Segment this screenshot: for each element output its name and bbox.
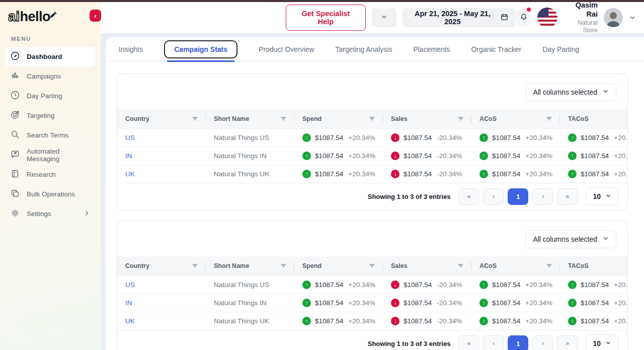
filter-icon[interactable] xyxy=(191,262,199,269)
sidebar-item-campaigns[interactable]: Campaigns xyxy=(5,66,96,86)
campaign-stats-table: Country Short Name Spend Sales ACoS TACo… xyxy=(117,109,628,183)
tab-product-overview[interactable]: Product Overview xyxy=(259,45,314,53)
last-page-button[interactable]: » xyxy=(557,335,578,350)
app-logo: aihello xyxy=(0,2,101,25)
columns-select-label: All columns selected xyxy=(533,235,597,243)
prev-page-button[interactable]: ‹ xyxy=(483,188,504,205)
sidebar-item-day-parting[interactable]: Day Parting xyxy=(5,86,96,106)
table-row: US Natural Things US ↑$1087.54+20.34% ↓$… xyxy=(117,128,628,147)
user-store: Natural Store xyxy=(568,19,598,35)
columns-select-dropdown[interactable]: All columns selected xyxy=(525,230,616,248)
date-range-picker[interactable]: Apr 21, 2025 - May 21, 2025 xyxy=(403,8,516,27)
last-page-button[interactable]: » xyxy=(557,188,578,205)
next-page-button[interactable]: › xyxy=(532,188,553,205)
column-header: Country xyxy=(125,262,149,269)
tab-targeting-analysis[interactable]: Targeting Analysis xyxy=(336,45,392,53)
metric-pct: -20.34% xyxy=(437,299,462,307)
us-flag-icon[interactable] xyxy=(537,8,557,28)
trend-down-icon: ↓ xyxy=(391,170,399,178)
panel-body: All columns selected Country Short Name … xyxy=(106,61,644,350)
metric-value: $1087.54 xyxy=(581,317,609,325)
filter-icon[interactable] xyxy=(191,115,199,122)
acos-metric: ↑$1087.54+20.34% xyxy=(479,299,552,307)
sidebar-item-dashboard[interactable]: Dashboard xyxy=(5,47,96,66)
trend-down-icon: ↓ xyxy=(391,152,399,160)
metric-value: $1087.54 xyxy=(404,134,432,142)
tab-organic-tracker[interactable]: Organic Tracker xyxy=(471,45,522,53)
search-icon xyxy=(10,129,20,141)
sidebar-item-settings[interactable]: Settings xyxy=(5,204,96,224)
menu-section-label: MENU xyxy=(11,36,101,42)
metric-value: $1087.54 xyxy=(315,134,343,142)
get-specialist-help-button[interactable]: Get Specialist Help xyxy=(286,5,366,31)
trend-up-icon: ↑ xyxy=(568,152,577,160)
sidebar-item-label: Targeting xyxy=(27,112,55,119)
first-page-button[interactable]: « xyxy=(458,335,479,350)
country-link[interactable]: US xyxy=(125,281,135,289)
page-size-value: 10 xyxy=(593,339,601,347)
next-page-button[interactable]: › xyxy=(532,335,553,350)
country-link[interactable]: US xyxy=(125,134,135,142)
page-size-select[interactable]: 10 xyxy=(586,334,618,350)
sidebar-item-label: Dashboard xyxy=(27,53,62,60)
metric-pct: +20.34% xyxy=(614,134,628,142)
filter-icon[interactable] xyxy=(280,262,287,269)
filter-icon[interactable] xyxy=(545,115,553,122)
metric-value: $1087.54 xyxy=(404,299,432,307)
page-1-button[interactable]: 1 xyxy=(508,335,528,350)
tacos-metric: ↑$1087.54+20.34% xyxy=(568,317,628,325)
sidebar-item-bulk-operations[interactable]: Bulk Operations xyxy=(5,184,96,204)
prev-page-button[interactable]: ‹ xyxy=(483,335,504,350)
metric-value: $1087.54 xyxy=(404,170,432,178)
chevron-down-icon xyxy=(605,192,611,200)
sidebar-item-automated-messaging[interactable]: Automated Messaging xyxy=(5,145,96,165)
first-page-button[interactable]: « xyxy=(458,188,479,205)
page-1-button[interactable]: 1 xyxy=(508,188,528,205)
metric-pct: +20.34% xyxy=(614,299,628,307)
avatar[interactable] xyxy=(604,8,623,27)
tab-insights[interactable]: Insights xyxy=(119,45,143,53)
columns-select-dropdown[interactable]: All columns selected xyxy=(525,83,616,101)
notifications-button[interactable] xyxy=(516,8,531,27)
filter-icon[interactable] xyxy=(545,262,553,269)
header-dropdown-button[interactable] xyxy=(372,8,397,27)
pagination-bar: Showing 1 to 3 of 3 entries « ‹ 1 › » 10 xyxy=(117,183,627,210)
filter-icon[interactable] xyxy=(457,115,464,122)
trend-up-icon: ↑ xyxy=(479,170,488,178)
country-link[interactable]: IN xyxy=(125,152,132,160)
metric-pct: +20.34% xyxy=(348,299,375,307)
trend-up-icon: ↑ xyxy=(302,317,311,325)
country-link[interactable]: UK xyxy=(125,170,135,178)
page-size-select[interactable]: 10 xyxy=(586,187,618,205)
app-root: aihello MENU Dashboard Campaigns Day Par… xyxy=(0,2,644,350)
trend-down-icon: ↓ xyxy=(391,281,399,289)
user-menu-chevron-icon[interactable] xyxy=(629,14,636,21)
country-link[interactable]: IN xyxy=(125,299,132,307)
metric-value: $1087.54 xyxy=(492,170,520,178)
sidebar-item-search-terms[interactable]: Search Terms xyxy=(5,125,96,145)
metric-pct: -20.34% xyxy=(437,134,462,142)
filter-icon[interactable] xyxy=(457,262,464,269)
metric-value: $1087.54 xyxy=(492,299,520,307)
tab-placements[interactable]: Placements xyxy=(413,45,450,53)
sidebar-item-targeting[interactable]: Targeting xyxy=(5,106,96,125)
sidebar-item-research[interactable]: Research xyxy=(5,165,96,184)
metric-pct: +20.34% xyxy=(525,152,552,160)
filter-icon[interactable] xyxy=(280,115,287,122)
acos-metric: ↑$1087.54+20.34% xyxy=(479,170,552,178)
tab-campaign-stats[interactable]: Campaign Stats xyxy=(164,40,237,58)
country-link[interactable]: UK xyxy=(125,317,135,325)
filter-icon[interactable] xyxy=(368,262,376,269)
short-name: Natural Things US xyxy=(214,134,269,142)
tab-day-parting[interactable]: Day Parting xyxy=(542,45,579,53)
metric-value: $1087.54 xyxy=(581,170,609,178)
sidebar-collapse-button[interactable]: ‹ xyxy=(90,10,101,22)
filter-icon[interactable] xyxy=(368,115,376,122)
chevron-down-icon xyxy=(605,339,611,347)
calendar-icon xyxy=(500,13,509,23)
metric-pct: +20.34% xyxy=(348,134,375,142)
sales-metric: ↓$1087.54-20.34% xyxy=(391,281,463,289)
user-info[interactable]: Qasim Rai Natural Store xyxy=(568,1,598,35)
card-toolbar: All columns selected xyxy=(117,74,627,109)
column-header: ACoS xyxy=(479,115,497,122)
